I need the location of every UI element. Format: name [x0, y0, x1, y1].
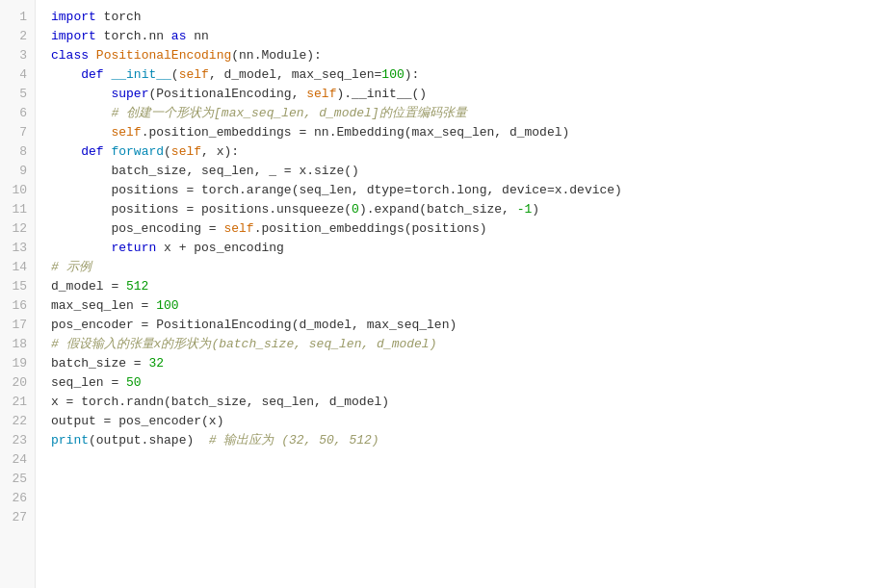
line-number: 25: [0, 470, 35, 489]
code-line: # 假设输入的张量x的形状为(batch_size, seq_len, d_mo…: [51, 335, 888, 354]
code-line: def __init__(self, d_model, max_seq_len=…: [51, 65, 888, 85]
line-number: 7: [0, 123, 35, 142]
code-line: positions = torch.arange(seq_len, dtype=…: [51, 181, 888, 200]
line-number: 13: [0, 239, 35, 258]
line-number: 22: [0, 412, 35, 431]
line-number: 6: [0, 104, 35, 123]
line-number: 3: [0, 46, 35, 65]
code-line: d_model = 512: [51, 277, 888, 296]
code-line: seq_len = 50: [51, 373, 888, 393]
line-number: 2: [0, 27, 35, 46]
code-line: pos_encoding = self.position_embeddings(…: [51, 219, 888, 239]
line-number: 21: [0, 393, 35, 412]
line-number: 19: [0, 354, 35, 373]
code-line: # 示例: [51, 258, 888, 277]
code-line: positions = positions.unsqueeze(0).expan…: [51, 200, 888, 219]
line-number: 4: [0, 65, 35, 85]
code-line: def forward(self, x):: [51, 142, 888, 162]
line-number: 24: [0, 450, 35, 470]
code-line: x = torch.randn(batch_size, seq_len, d_m…: [51, 393, 888, 412]
line-number: 23: [0, 431, 35, 450]
line-numbers-gutter: 1234567891011121314151617181920212223242…: [0, 0, 36, 588]
code-line: pos_encoder = PositionalEncoding(d_model…: [51, 316, 888, 335]
code-editor: 1234567891011121314151617181920212223242…: [0, 0, 888, 588]
code-content[interactable]: import torchimport torch.nn as nnclass P…: [36, 0, 888, 588]
line-number: 9: [0, 162, 35, 181]
code-line: import torch: [51, 8, 888, 27]
code-line: max_seq_len = 100: [51, 296, 888, 316]
line-number: 26: [0, 489, 35, 508]
line-number: 12: [0, 219, 35, 239]
code-line: batch_size, seq_len, _ = x.size(): [51, 162, 888, 181]
line-number: 8: [0, 142, 35, 162]
line-number: 16: [0, 296, 35, 316]
line-number: 15: [0, 277, 35, 296]
line-number: 11: [0, 200, 35, 219]
code-line: batch_size = 32: [51, 354, 888, 373]
line-number: 27: [0, 508, 35, 527]
line-number: 18: [0, 335, 35, 354]
code-line: output = pos_encoder(x): [51, 412, 888, 431]
code-line: return x + pos_encoding: [51, 239, 888, 258]
code-line: print(output.shape) # 输出应为 (32, 50, 512): [51, 431, 888, 450]
line-number: 17: [0, 316, 35, 335]
line-number: 5: [0, 85, 35, 104]
line-number: 20: [0, 373, 35, 393]
line-number: 1: [0, 8, 35, 27]
line-number: 14: [0, 258, 35, 277]
code-line: super(PositionalEncoding, self).__init__…: [51, 85, 888, 104]
code-line: # 创建一个形状为[max_seq_len, d_model]的位置编码张量: [51, 104, 888, 123]
code-line: class PositionalEncoding(nn.Module):: [51, 46, 888, 65]
code-line: import torch.nn as nn: [51, 27, 888, 46]
code-line: self.position_embeddings = nn.Embedding(…: [51, 123, 888, 142]
line-number: 10: [0, 181, 35, 200]
